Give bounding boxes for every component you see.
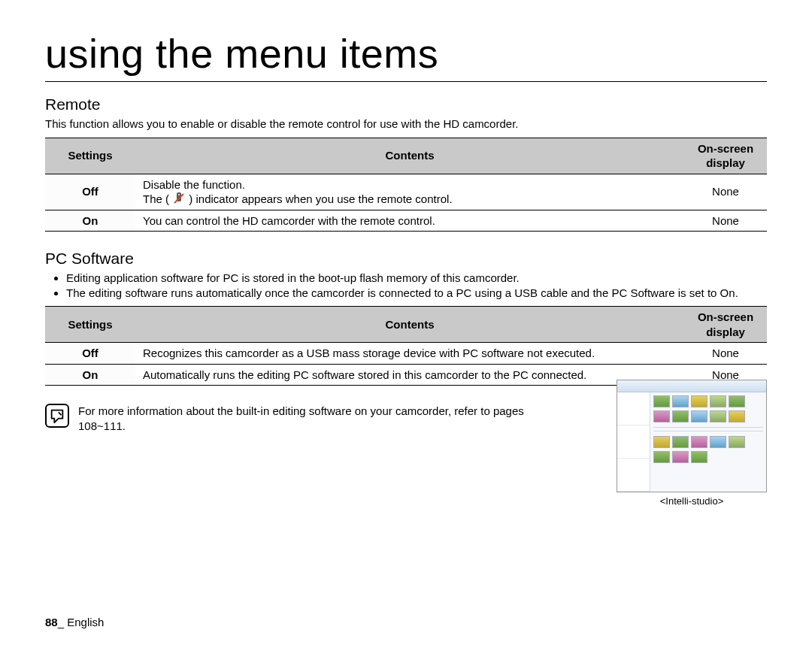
th-display: On-screen display (684, 307, 767, 343)
app-bottombar (617, 492, 766, 492)
section-remote: Remote This function allows you to enabl… (45, 95, 767, 232)
cell-contents: Automatically runs the editing PC softwa… (135, 364, 684, 386)
th-settings: Settings (45, 138, 135, 174)
remote-disabled-icon (172, 192, 186, 205)
page-language: English (67, 616, 104, 628)
cell-contents-line1: Disable the function. (143, 178, 245, 191)
cell-display: None (684, 174, 767, 210)
table-header-row: Settings Contents On-screen display (45, 307, 767, 343)
th-settings: Settings (45, 307, 135, 343)
table-header-row: Settings Contents On-screen display (45, 138, 767, 174)
page-number: 88 (45, 616, 58, 628)
cell-setting: On (45, 210, 135, 232)
th-display: On-screen display (684, 138, 767, 174)
manual-page: using the menu items Remote This functio… (0, 0, 812, 651)
list-item: Editing application software for PC is s… (66, 271, 767, 286)
cell-contents: You can control the HD camcorder with th… (135, 210, 684, 232)
cell-setting: Off (45, 343, 135, 365)
cell-setting: On (45, 364, 135, 386)
pc-software-bullets: Editing application software for PC is s… (45, 271, 767, 300)
cell-display: None (684, 343, 767, 365)
screenshot-caption: <Intelli-studio> (617, 495, 767, 507)
cell-setting: Off (45, 174, 135, 210)
page-footer: 88_ English (45, 616, 104, 628)
app-window (617, 380, 767, 492)
cell-contents-line2a: The ( (143, 192, 172, 205)
cell-display: None (684, 210, 767, 232)
table-row: On You can control the HD camcorder with… (45, 210, 767, 232)
remote-heading: Remote (45, 95, 767, 114)
th-contents: Contents (135, 307, 684, 343)
remote-settings-table: Settings Contents On-screen display Off … (45, 138, 767, 232)
table-row: Off Disable the function. The ( ) indica… (45, 174, 767, 210)
pc-software-settings-table: Settings Contents On-screen display Off … (45, 306, 767, 386)
page-title: using the menu items (45, 30, 767, 82)
th-contents: Contents (135, 138, 684, 174)
app-thumbnail-grid (650, 392, 766, 492)
list-item: The editing software runs automatically … (66, 286, 767, 301)
cell-contents-line2b: ) indicator appears when you use the rem… (189, 192, 452, 205)
pc-software-heading: PC Software (45, 250, 767, 268)
svg-point-1 (178, 194, 180, 195)
cell-contents: Disable the function. The ( ) indicator … (135, 174, 684, 210)
table-row: Off Recognizes this camcorder as a USB m… (45, 343, 767, 365)
note-icon (45, 404, 69, 428)
cell-contents: Recognizes this camcorder as a USB mass … (135, 343, 684, 365)
app-toolbar (617, 380, 766, 392)
note-text: For more information about the built-in … (78, 404, 567, 435)
app-sidebar (617, 392, 650, 492)
section-pc-software: PC Software Editing application software… (45, 250, 767, 435)
remote-description: This function allows you to enable or di… (45, 117, 767, 132)
intelli-studio-screenshot: <Intelli-studio> (617, 380, 767, 507)
